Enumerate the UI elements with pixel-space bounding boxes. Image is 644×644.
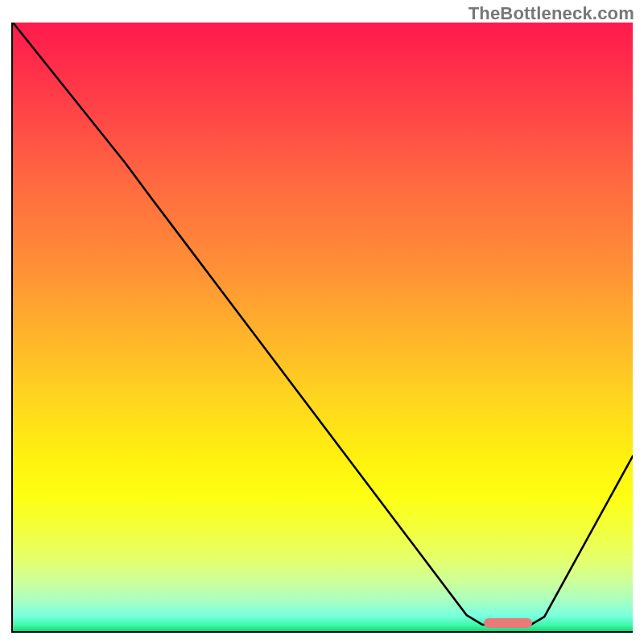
bottleneck-curve [13,23,633,631]
bottleneck-chart: TheBottleneck.com [0,0,644,644]
watermark-text: TheBottleneck.com [469,3,634,24]
plot-area [11,23,633,633]
optimum-marker [484,618,532,628]
